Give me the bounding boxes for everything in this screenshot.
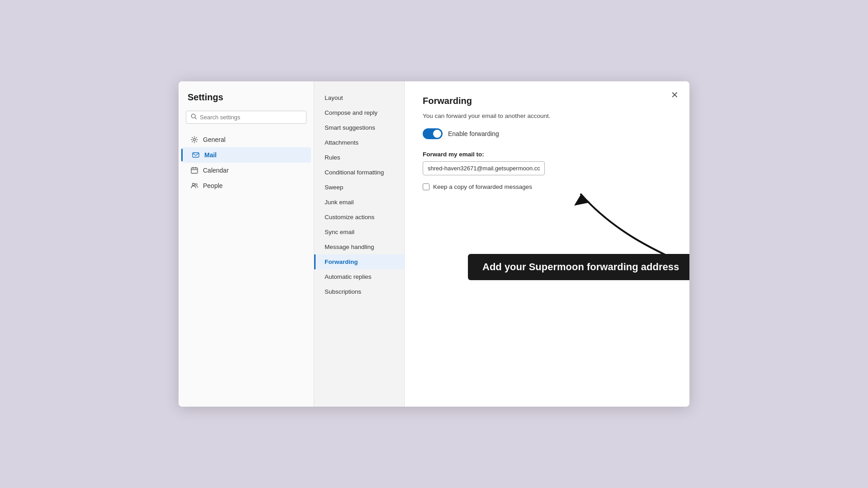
svg-point-9 (195, 183, 197, 185)
svg-point-8 (193, 183, 195, 186)
menu-item-rules[interactable]: Rules (314, 150, 404, 165)
sidebar: Settings General (179, 81, 314, 407)
search-icon (191, 113, 197, 121)
sidebar-item-mail-label: Mail (204, 151, 217, 159)
menu-item-layout[interactable]: Layout (314, 90, 404, 105)
mail-icon (192, 151, 200, 159)
menu-item-attachments[interactable]: Attachments (314, 135, 404, 150)
toggle-knob (433, 130, 441, 138)
search-input[interactable] (200, 114, 302, 121)
sidebar-item-calendar-label: Calendar (203, 167, 229, 174)
people-icon (190, 182, 198, 190)
settings-modal: Settings General (179, 81, 689, 407)
menu-item-conditional-formatting[interactable]: Conditional formatting (314, 165, 404, 180)
menu-item-message-handling[interactable]: Message handling (314, 239, 404, 254)
banner-text: Add your Supermoon forwarding address (482, 261, 679, 272)
page-title: Forwarding (423, 96, 671, 106)
center-menu: Layout Compose and reply Smart suggestio… (314, 81, 405, 407)
sidebar-title: Settings (179, 92, 314, 111)
menu-item-junk-email[interactable]: Junk email (314, 195, 404, 210)
forward-to-label: Forward my email to: (423, 151, 671, 158)
toggle-label: Enable forwarding (448, 130, 499, 137)
enable-forwarding-row: Enable forwarding (423, 128, 671, 139)
sidebar-item-people-label: People (203, 182, 223, 189)
sidebar-item-mail[interactable]: Mail (181, 147, 311, 163)
banner: Add your Supermoon forwarding address (468, 254, 689, 280)
keep-copy-checkbox[interactable] (423, 183, 429, 190)
calendar-icon (190, 166, 198, 174)
menu-item-forwarding[interactable]: Forwarding (314, 254, 404, 269)
menu-item-compose-reply[interactable]: Compose and reply (314, 105, 404, 120)
sidebar-item-general[interactable]: General (181, 132, 311, 147)
gear-icon (190, 136, 198, 144)
description-text: You can forward your email to another ac… (423, 113, 671, 119)
menu-item-automatic-replies[interactable]: Automatic replies (314, 269, 404, 284)
search-box[interactable] (186, 111, 307, 124)
enable-forwarding-toggle[interactable] (423, 128, 443, 139)
close-button[interactable]: ✕ (668, 89, 681, 100)
main-content: ✕ Forwarding You can forward your email … (405, 81, 689, 407)
svg-rect-3 (193, 153, 199, 157)
sidebar-item-people[interactable]: People (181, 178, 311, 193)
menu-item-sync-email[interactable]: Sync email (314, 225, 404, 239)
sidebar-item-general-label: General (203, 136, 226, 143)
menu-item-subscriptions[interactable]: Subscriptions (314, 284, 404, 299)
menu-item-sweep[interactable]: Sweep (314, 180, 404, 195)
svg-point-2 (193, 139, 196, 141)
keep-copy-row: Keep a copy of forwarded messages (423, 183, 671, 190)
sidebar-item-calendar[interactable]: Calendar (181, 163, 311, 178)
svg-rect-4 (191, 168, 198, 174)
keep-copy-label: Keep a copy of forwarded messages (433, 183, 532, 190)
menu-item-customize-actions[interactable]: Customize actions (314, 210, 404, 225)
svg-line-1 (195, 117, 196, 119)
email-input[interactable] (423, 161, 545, 175)
menu-item-smart-suggestions[interactable]: Smart suggestions (314, 120, 404, 135)
